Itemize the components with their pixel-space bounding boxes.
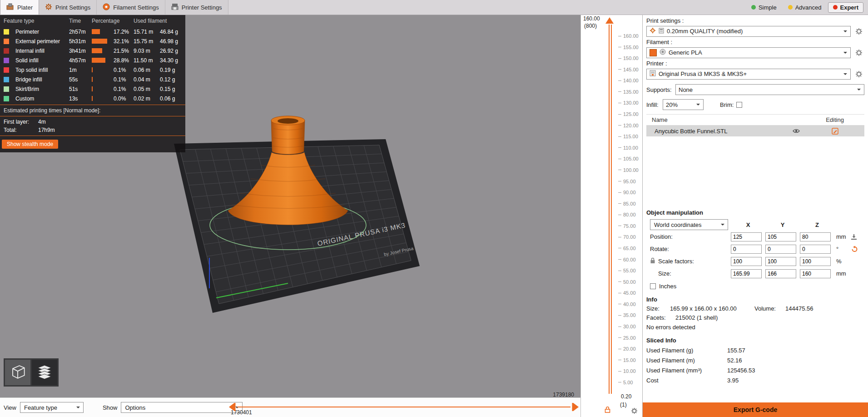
percentage-bar xyxy=(92,96,112,101)
scale-z-field[interactable] xyxy=(800,257,831,266)
tick-mark xyxy=(618,226,621,226)
position-y-field[interactable] xyxy=(765,232,796,241)
object-list-row[interactable]: Anycubic Bottle Funnel.STL xyxy=(646,126,864,136)
layer-tick: 65.00 xyxy=(618,246,639,251)
print-settings-gear-button[interactable] xyxy=(853,26,864,37)
tick-label: 140.00 xyxy=(623,78,639,83)
show-stealth-mode-button[interactable]: Show stealth mode xyxy=(2,140,58,149)
edit-object-icon[interactable] xyxy=(805,128,864,135)
tick-label: 65.00 xyxy=(623,246,636,251)
layer-slider-top-index: (800) xyxy=(584,23,597,29)
layer-tick: 20.00 xyxy=(618,346,639,352)
legend-row[interactable]: Bridge infill 55s 0.1% 0.04 m 0.12 g xyxy=(0,75,185,84)
sliced-info-row: Cost 3.95 xyxy=(646,377,864,384)
size-z-field[interactable] xyxy=(800,269,831,278)
legend-row[interactable]: Internal infill 3h41m 21.5% 9.03 m 26.92… xyxy=(0,46,185,55)
tab-printer-settings[interactable]: Printer Settings xyxy=(165,0,228,15)
preset-gear-icon xyxy=(650,27,656,35)
position-z-field[interactable] xyxy=(800,232,831,241)
view-type-select[interactable]: Feature type xyxy=(20,402,84,413)
tab-filament-settings[interactable]: Filament Settings xyxy=(97,0,165,15)
legend-row[interactable]: Skirt/Brim 51s 0.1% 0.05 m 0.15 g xyxy=(0,84,185,94)
layer-slider-lock-icon[interactable] xyxy=(605,406,610,414)
legend-row[interactable]: Top solid infill 1m 0.1% 0.06 m 0.19 g xyxy=(0,65,185,75)
drop-to-bed-icon[interactable] xyxy=(851,234,863,240)
sliced-info-label: Used Filament (g) xyxy=(646,347,727,354)
mode-advanced[interactable]: Advanced xyxy=(783,2,827,13)
legend-row[interactable]: Perimeter 2h57m 17.2% 15.71 m 46.84 g xyxy=(0,27,185,36)
feature-grams: 46.84 g xyxy=(160,29,184,35)
reset-rotation-icon[interactable] xyxy=(851,246,863,252)
printer-row: Original Prusa i3 MK3S & MK3S+ xyxy=(646,68,864,80)
legend-header: Feature type Time Percentage Used filame… xyxy=(0,15,185,27)
inches-checkbox[interactable] xyxy=(650,283,656,289)
scale-y-field[interactable] xyxy=(765,257,796,266)
position-x-field[interactable] xyxy=(731,232,762,241)
feature-label: External perimeter xyxy=(15,38,69,45)
object-list-empty-area[interactable] xyxy=(646,136,864,206)
layer-slider-top-handle[interactable] xyxy=(605,17,614,24)
mode-expert[interactable]: Expert xyxy=(828,2,863,13)
sliced-info-label: Used Filament (m) xyxy=(646,357,727,364)
feature-meters: 0.06 m xyxy=(134,67,160,73)
layer-slider-settings-gear-icon[interactable] xyxy=(631,407,638,416)
coordinates-row: World coordinates X Y Z xyxy=(646,219,864,231)
rotate-y-field[interactable] xyxy=(765,245,796,254)
layer-tick: 75.00 xyxy=(618,223,639,229)
move-slider-track[interactable] xyxy=(237,407,570,407)
tick-label: 10.00 xyxy=(623,368,636,374)
view-type-value: Feature type xyxy=(24,404,57,411)
layer-tick: 25.00 xyxy=(618,335,639,341)
supports-select[interactable]: None xyxy=(675,84,864,95)
layer-slider-bottom-index: (1) xyxy=(620,402,627,408)
filament-combo[interactable]: Generic PLA xyxy=(646,47,851,58)
3d-viewport[interactable]: ORIGINAL PRUSA i3 MK3 by Josef Prusa xyxy=(0,15,580,397)
printer-gear-button[interactable] xyxy=(853,69,864,80)
uniform-scale-lock-icon[interactable] xyxy=(650,257,655,265)
feature-meters: 0.02 m xyxy=(134,95,160,102)
printer-combo[interactable]: Original Prusa i3 MK3S & MK3S+ xyxy=(646,69,851,80)
tick-label: 45.00 xyxy=(623,290,636,296)
size-x-field[interactable] xyxy=(731,269,762,278)
move-range-slider[interactable]: 1739180 1730401 xyxy=(227,398,580,417)
layer-slider-track-2[interactable] xyxy=(611,25,612,394)
eye-icon[interactable] xyxy=(787,128,805,134)
export-gcode-button[interactable]: Export G-code xyxy=(643,402,868,417)
tab-plater[interactable]: Plater xyxy=(0,0,39,15)
legend-row[interactable]: External perimeter 5h31m 32.1% 15.75 m 4… xyxy=(0,36,185,46)
tick-label: 100.00 xyxy=(623,167,639,173)
axis-z-header: Z xyxy=(800,221,834,228)
rotate-z-field[interactable] xyxy=(800,245,831,254)
layer-tick: 15.00 xyxy=(618,357,639,363)
move-slider-left-handle[interactable] xyxy=(227,402,236,412)
position-label: Position: xyxy=(646,233,731,240)
rotate-x-field[interactable] xyxy=(731,245,762,254)
show-options-select[interactable]: Options xyxy=(121,402,243,413)
percentage-bar-fill xyxy=(92,67,93,72)
coordinates-select[interactable]: World coordinates xyxy=(650,219,728,230)
print-settings-combo[interactable]: 0.20mm QUALITY (modified) xyxy=(646,26,851,37)
brim-checkbox[interactable] xyxy=(736,102,742,108)
scale-x-field[interactable] xyxy=(731,257,762,266)
legend-row[interactable]: Custom 13s 0.0% 0.02 m 0.06 g xyxy=(0,94,185,103)
feature-meters: 15.71 m xyxy=(134,29,160,35)
layers-view-button[interactable] xyxy=(32,360,57,385)
total-time-row: Total: 17h9m xyxy=(0,126,185,134)
move-slider-right-handle[interactable] xyxy=(571,402,580,412)
tab-print-settings[interactable]: Print Settings xyxy=(39,0,97,15)
feature-label: Bridge infill xyxy=(15,76,69,83)
feature-color-swatch xyxy=(4,29,9,35)
scale-label: Scale factors: xyxy=(658,258,694,265)
size-y-field[interactable] xyxy=(765,269,796,278)
infill-value: 20% xyxy=(666,101,678,108)
supports-row: Supports: None xyxy=(646,84,864,95)
feature-meters: 11.50 m xyxy=(134,57,160,64)
feature-percentage: 0.0% xyxy=(114,95,134,102)
filament-gear-button[interactable] xyxy=(853,47,864,58)
layer-slider-track[interactable] xyxy=(609,25,610,394)
3d-view-button[interactable] xyxy=(5,360,30,385)
legend-row[interactable]: Solid infill 4h57m 28.8% 11.50 m 34.30 g xyxy=(0,55,185,65)
legend-divider xyxy=(0,136,185,136)
mode-simple[interactable]: Simple xyxy=(746,2,782,13)
infill-select[interactable]: 20% xyxy=(663,99,704,110)
